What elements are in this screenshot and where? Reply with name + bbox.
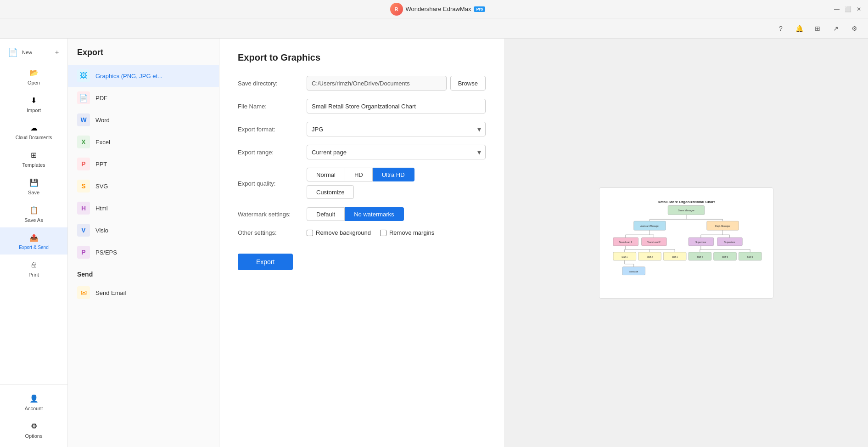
sidebar-item-options[interactable]: ⚙ Options	[0, 416, 67, 443]
help-icon[interactable]: ?	[774, 22, 787, 35]
remove-background-item[interactable]: Remove background	[307, 229, 371, 236]
svg-text:Assistant Manager: Assistant Manager	[640, 225, 659, 227]
options-icon: ⚙	[28, 420, 39, 431]
sidebar-item-cloud[interactable]: ☁ Cloud Documents	[0, 118, 67, 145]
export-item-html[interactable]: H Html	[68, 197, 219, 219]
sidebar-label-account: Account	[25, 406, 43, 411]
toolbar: ? 🔔 ⊞ ↗ ⚙	[0, 18, 868, 39]
sidebar-item-import[interactable]: ⬇ Import	[0, 90, 67, 118]
export-item-email[interactable]: ✉ Send Email	[68, 282, 219, 304]
maximize-button[interactable]: ⬜	[844, 6, 851, 13]
export-item-excel[interactable]: X Excel	[68, 131, 219, 153]
other-settings-row: Other settings: Remove background Remove…	[238, 229, 486, 236]
export-range-control: Current page All pages Selected objects	[307, 145, 486, 159]
browse-button[interactable]: Browse	[450, 76, 486, 91]
watermark-default-button[interactable]: Default	[307, 207, 345, 221]
export-label-pdf: PDF	[95, 95, 107, 102]
svg-text:Staff 5: Staff 5	[722, 255, 728, 258]
export-item-graphics[interactable]: 🖼 Graphics (PNG, JPG et...	[68, 65, 219, 87]
export-format-wrapper: JPG PNG BMP TIFF SVG	[307, 122, 486, 136]
customize-button[interactable]: Customize	[307, 185, 354, 199]
sidebar-label-save: Save	[28, 190, 39, 195]
cloud-icon: ☁	[28, 122, 39, 133]
export-item-ppt[interactable]: P PPT	[68, 153, 219, 175]
sidebar-item-templates[interactable]: ⊞ Templates	[0, 145, 67, 172]
file-name-control	[307, 99, 486, 113]
close-button[interactable]: ✕	[855, 6, 862, 13]
sidebar-item-open[interactable]: 📂 Open	[0, 62, 67, 90]
svg-text:Supervisor: Supervisor	[724, 241, 735, 243]
quality-hd-button[interactable]: HD	[345, 168, 373, 181]
export-range-select[interactable]: Current page All pages Selected objects	[307, 145, 486, 159]
remove-margins-label: Remove margins	[389, 229, 434, 236]
svg-text:Staff 2: Staff 2	[647, 255, 653, 258]
svg-text:Associate: Associate	[629, 270, 638, 272]
svg-text:Retail Store Organizational Ch: Retail Store Organizational Chart	[657, 199, 715, 204]
remove-background-checkbox[interactable]	[307, 230, 313, 236]
excel-icon: X	[77, 136, 90, 148]
checkbox-row: Remove background Remove margins	[307, 229, 486, 236]
preview-panel: Retail Store Organizational Chart Store …	[504, 39, 868, 447]
export-item-svg[interactable]: S SVG	[68, 175, 219, 197]
export-item-ps[interactable]: P PS/EPS	[68, 241, 219, 263]
templates-icon: ⊞	[28, 149, 39, 160]
save-directory-input[interactable]	[307, 76, 447, 91]
sidebar-label-cloud: Cloud Documents	[16, 135, 52, 140]
quality-buttons: Normal HD Ultra HD	[307, 168, 486, 181]
email-icon: ✉	[77, 286, 90, 299]
export-item-pdf[interactable]: 📄 PDF	[68, 87, 219, 109]
export-label-svg: SVG	[95, 183, 108, 190]
share-icon[interactable]: ↗	[829, 22, 842, 35]
minimize-button[interactable]: —	[833, 6, 840, 13]
save-directory-row: Save directory: Browse	[238, 76, 486, 91]
new-icon: 📄	[7, 47, 18, 58]
sidebar-label-templates: Templates	[22, 162, 45, 168]
sidebar-item-new[interactable]: 📄 New ＋	[0, 42, 67, 62]
svg-text:Staff 6: Staff 6	[747, 255, 753, 258]
sidebar-item-print[interactable]: 🖨 Print	[0, 255, 67, 282]
send-section-header: Send	[68, 263, 219, 282]
watermark-control: Default No watermarks	[307, 207, 486, 221]
export-quality-label: Export quality:	[238, 180, 307, 187]
svg-text:Staff 3: Staff 3	[672, 255, 678, 258]
quality-ultra-hd-button[interactable]: Ultra HD	[373, 168, 414, 181]
main-layout: 📄 New ＋ 📂 Open ⬇ Import ☁ Cloud Document…	[0, 39, 868, 447]
svg-icon: S	[77, 180, 90, 192]
remove-margins-item[interactable]: Remove margins	[380, 229, 434, 236]
save-directory-label: Save directory:	[238, 80, 307, 87]
remove-margins-checkbox[interactable]	[380, 230, 386, 236]
visio-icon: V	[77, 224, 90, 237]
sidebar-label-options: Options	[25, 433, 43, 439]
new-plus-icon: ＋	[54, 48, 60, 57]
export-format-select[interactable]: JPG PNG BMP TIFF SVG	[307, 122, 486, 136]
sidebar-item-export[interactable]: 📤 Export & Send	[0, 227, 67, 255]
export-quality-control: Normal HD Ultra HD Customize	[307, 168, 486, 199]
watermark-row: Watermark settings: Default No watermark…	[238, 207, 486, 221]
export-button[interactable]: Export	[238, 254, 293, 270]
export-item-visio[interactable]: V Visio	[68, 219, 219, 241]
sidebar: 📄 New ＋ 📂 Open ⬇ Import ☁ Cloud Document…	[0, 39, 68, 447]
settings-icon[interactable]: ⚙	[848, 22, 861, 35]
remove-background-label: Remove background	[316, 229, 371, 236]
sidebar-item-save[interactable]: 💾 Save	[0, 172, 67, 200]
file-name-input[interactable]	[307, 99, 486, 113]
export-label-graphics: Graphics (PNG, JPG et...	[95, 73, 162, 79]
apps-icon[interactable]: ⊞	[811, 22, 824, 35]
titlebar: R Wondershare EdrawMax Pro — ⬜ ✕	[0, 0, 868, 18]
svg-text:Supervisor: Supervisor	[695, 241, 706, 243]
export-form-title: Export to Graphics	[238, 52, 486, 63]
ps-icon: P	[77, 246, 90, 259]
export-format-row: Export format: JPG PNG BMP TIFF SVG	[238, 122, 486, 136]
export-label-ppt: PPT	[95, 161, 107, 168]
export-format-control: JPG PNG BMP TIFF SVG	[307, 122, 486, 136]
sidebar-item-account[interactable]: 👤 Account	[0, 388, 67, 416]
svg-text:Store Manager: Store Manager	[678, 209, 694, 212]
app-title: Wondershare EdrawMax	[406, 6, 471, 12]
quality-normal-button[interactable]: Normal	[307, 168, 345, 181]
export-item-word[interactable]: W Word	[68, 109, 219, 131]
export-range-label: Export range:	[238, 149, 307, 156]
sidebar-label-open: Open	[28, 80, 40, 85]
notification-icon[interactable]: 🔔	[793, 22, 806, 35]
sidebar-item-saveas[interactable]: 📋 Save As	[0, 200, 67, 227]
watermark-none-button[interactable]: No watermarks	[345, 207, 403, 221]
